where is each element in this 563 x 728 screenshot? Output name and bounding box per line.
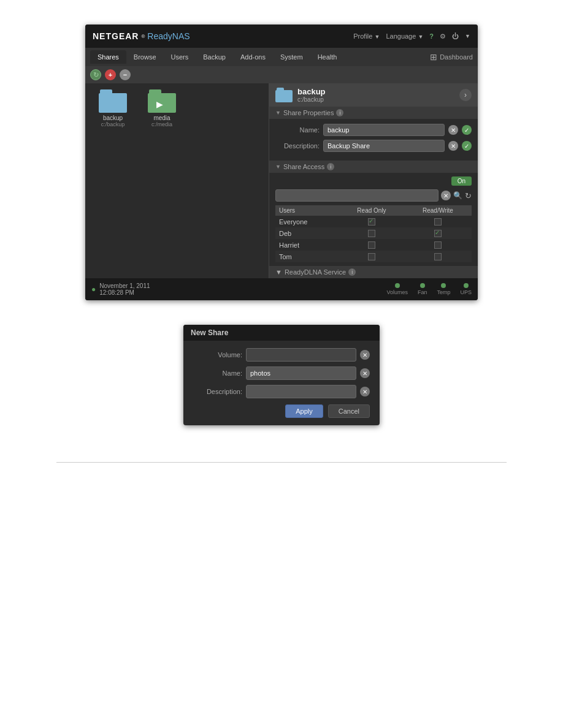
volumes-label: Volumes bbox=[386, 289, 408, 295]
description-clear-button[interactable]: ✕ bbox=[360, 387, 370, 396]
share-item-backup[interactable]: backup c:/backup bbox=[91, 89, 134, 127]
backup-folder-icon bbox=[99, 89, 127, 113]
add-share-button[interactable]: + bbox=[105, 69, 116, 80]
readwrite-check[interactable] bbox=[404, 216, 472, 227]
bottom-divider bbox=[56, 462, 507, 463]
tab-shares[interactable]: Shares bbox=[90, 50, 126, 64]
readwrite-check[interactable] bbox=[404, 227, 472, 239]
readonly-check[interactable] bbox=[339, 227, 404, 239]
share-properties-content: Name: ✕ ✓ Description: ✕ ✓ bbox=[269, 119, 478, 161]
readwrite-check[interactable] bbox=[404, 251, 472, 262]
refresh-button[interactable]: ↻ bbox=[90, 69, 101, 80]
description-clear-button[interactable]: ✕ bbox=[448, 141, 458, 151]
tab-users[interactable]: Users bbox=[164, 50, 196, 64]
fan-dot bbox=[420, 283, 425, 288]
col-readwrite-header: Read/Write bbox=[404, 205, 472, 216]
profile-dropdown[interactable]: Profile ▼ bbox=[353, 32, 380, 40]
tab-health[interactable]: Health bbox=[310, 50, 345, 64]
nas-logo: NETGEAR ® ReadyNAS bbox=[93, 31, 190, 41]
help-icon[interactable]: ? bbox=[429, 32, 434, 40]
description-label: Description: bbox=[275, 142, 320, 150]
name-clear-button[interactable]: ✕ bbox=[360, 368, 370, 378]
share-properties-panel: backup c:/backup › ▼ Share Properties i … bbox=[269, 83, 478, 278]
readynas-logo-text: ReadyNAS bbox=[147, 31, 190, 41]
table-row: Tom bbox=[275, 251, 472, 262]
properties-info-icon[interactable]: i bbox=[336, 109, 343, 116]
tab-addons[interactable]: Add-ons bbox=[233, 50, 273, 64]
access-on-toggle[interactable]: On bbox=[451, 176, 472, 186]
language-dropdown[interactable]: Language ▼ bbox=[386, 32, 423, 40]
readonly-check[interactable] bbox=[339, 239, 404, 251]
language-dropdown-arrow: ▼ bbox=[418, 34, 423, 40]
readydlna-section-header[interactable]: ▼ ReadyDLNA Service i bbox=[269, 266, 478, 278]
tom-readwrite-checkbox[interactable] bbox=[434, 253, 442, 260]
deb-readwrite-checkbox[interactable] bbox=[434, 230, 442, 237]
status-time: 12:08:28 PM bbox=[99, 289, 150, 296]
readwrite-check[interactable] bbox=[404, 239, 472, 251]
netgear-logo-text: NETGEAR bbox=[93, 31, 139, 41]
nas-nav: Shares Browse Users Backup Add-ons Syste… bbox=[85, 48, 478, 66]
user-name: Harriet bbox=[275, 239, 339, 251]
share-access-label: Share Access bbox=[283, 163, 324, 170]
temp-label: Temp bbox=[437, 289, 450, 295]
dlna-info-icon[interactable]: i bbox=[348, 268, 356, 276]
share-detail-header: backup c:/backup › bbox=[269, 83, 478, 107]
user-search-input[interactable] bbox=[275, 189, 439, 202]
share-access-section-header[interactable]: ▼ Share Access i bbox=[269, 161, 478, 173]
tab-browse[interactable]: Browse bbox=[126, 50, 164, 64]
temp-indicator: Temp bbox=[437, 283, 450, 295]
tab-backup[interactable]: Backup bbox=[196, 50, 233, 64]
settings-icon[interactable]: ⚙ bbox=[440, 32, 446, 40]
dialog-volume-input[interactable] bbox=[246, 348, 356, 362]
name-clear-button[interactable]: ✕ bbox=[448, 125, 458, 135]
nas-toolbar: ↻ + − bbox=[85, 66, 478, 83]
col-readonly-header: Read Only bbox=[339, 205, 404, 216]
name-input[interactable] bbox=[323, 124, 445, 136]
dialog-description-input[interactable] bbox=[246, 385, 356, 398]
dashboard-button[interactable]: ⊞ Dashboard bbox=[430, 52, 473, 62]
dialog-name-input[interactable] bbox=[246, 366, 356, 380]
access-collapse-arrow: ▼ bbox=[275, 164, 281, 170]
readonly-check[interactable] bbox=[339, 216, 404, 227]
description-ok-button[interactable]: ✓ bbox=[462, 141, 472, 151]
share-item-media[interactable]: media c:/media bbox=[140, 89, 183, 127]
user-list-refresh-button[interactable]: ↻ bbox=[465, 191, 472, 200]
status-dot: ● bbox=[91, 285, 96, 294]
share-properties-section-header[interactable]: ▼ Share Properties i bbox=[269, 107, 478, 119]
harriet-readonly-checkbox[interactable] bbox=[368, 241, 375, 249]
power-dropdown-arrow[interactable]: ▼ bbox=[465, 33, 470, 39]
search-clear-button[interactable]: ✕ bbox=[441, 191, 451, 200]
status-date: November 1, 2011 bbox=[99, 282, 150, 289]
everyone-readwrite-checkbox[interactable] bbox=[434, 218, 442, 226]
harriet-readwrite-checkbox[interactable] bbox=[434, 241, 442, 249]
search-icon[interactable]: 🔍 bbox=[453, 191, 462, 200]
nas-main: backup c:/backup media c:/media bbox=[85, 83, 478, 278]
apply-button[interactable]: Apply bbox=[285, 404, 323, 418]
cancel-button[interactable]: Cancel bbox=[328, 404, 370, 418]
power-icon[interactable]: ⏻ bbox=[452, 32, 459, 40]
media-share-path: c:/media bbox=[151, 121, 172, 127]
tab-system[interactable]: System bbox=[273, 50, 310, 64]
user-name: Everyone bbox=[275, 216, 339, 227]
table-row: Harriet bbox=[275, 239, 472, 251]
detail-path: c:/backup bbox=[297, 96, 326, 103]
name-ok-button[interactable]: ✓ bbox=[462, 125, 472, 135]
readonly-check[interactable] bbox=[339, 251, 404, 262]
everyone-readonly-checkbox[interactable] bbox=[368, 218, 375, 226]
tom-readonly-checkbox[interactable] bbox=[368, 253, 375, 260]
dialog-volume-row: Volume: ✕ bbox=[193, 348, 370, 362]
detail-nav-arrow[interactable]: › bbox=[459, 89, 472, 101]
description-input[interactable] bbox=[323, 140, 445, 152]
nas-statusbar: ● November 1, 2011 12:08:28 PM Volumes F… bbox=[85, 278, 478, 300]
description-field-row: Description: ✕ ✓ bbox=[275, 140, 472, 152]
volume-clear-button[interactable]: ✕ bbox=[360, 350, 370, 360]
dialog-body: Volume: ✕ Name: ✕ Description: ✕ Apply C… bbox=[183, 341, 380, 425]
access-info-icon[interactable]: i bbox=[327, 163, 334, 170]
share-access-content: On ✕ 🔍 ↻ Users Read Only bbox=[269, 173, 478, 266]
nas-header: NETGEAR ® ReadyNAS Profile ▼ Language ▼ … bbox=[85, 25, 478, 48]
status-datetime: ● November 1, 2011 12:08:28 PM bbox=[91, 282, 150, 296]
remove-share-button[interactable]: − bbox=[120, 69, 131, 80]
deb-readonly-checkbox[interactable] bbox=[368, 230, 375, 237]
ups-indicator: UPS bbox=[460, 283, 472, 295]
detail-title: backup bbox=[297, 87, 326, 96]
